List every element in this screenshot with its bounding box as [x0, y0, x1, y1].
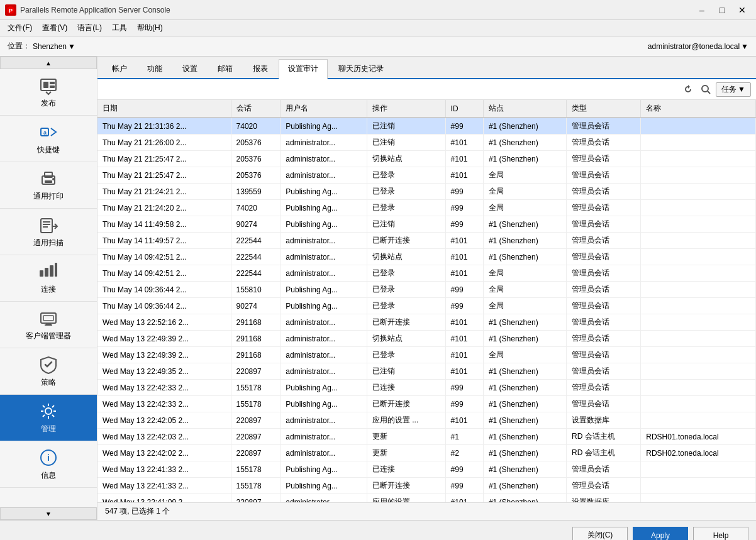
table-cell: 已连接	[367, 380, 445, 396]
task-dropdown[interactable]: 任务 ▼	[716, 82, 751, 97]
menu-tools[interactable]: 工具	[107, 21, 132, 35]
tab-account[interactable]: 帐户	[103, 59, 136, 78]
table-cell: #1 (Shenzhen)	[483, 249, 566, 265]
menu-view[interactable]: 查看(V)	[37, 21, 72, 35]
table-cell: 220897	[231, 429, 281, 445]
table-row[interactable]: Wed May 13 22:49:39 2...291168administra…	[97, 347, 756, 363]
table-cell: 设置数据库	[567, 494, 641, 503]
table-cell: Wed May 13 22:42:33 2...	[97, 396, 231, 412]
svg-rect-21	[43, 316, 53, 321]
sidebar-item-management[interactable]: 管理	[0, 395, 97, 441]
col-action[interactable]: 操作	[367, 100, 445, 118]
sidebar-printing-label: 通用打印	[33, 191, 64, 202]
table-cell: Wed May 13 22:49:39 2...	[97, 347, 231, 363]
sidebar-item-connection[interactable]: 连接	[0, 255, 97, 302]
table-cell: 全局	[483, 184, 566, 200]
table-row[interactable]: Thu May 14 09:36:44 2...90274Publishing …	[97, 298, 756, 314]
table-cell: #1 (Shenzhen)	[483, 314, 566, 331]
table-cell	[641, 249, 756, 265]
table-cell: #1 (Shenzhen)	[483, 445, 566, 461]
tab-features[interactable]: 功能	[138, 59, 172, 78]
refresh-button[interactable]	[681, 82, 696, 97]
table-cell	[641, 396, 756, 412]
tab-email[interactable]: 邮箱	[208, 59, 242, 78]
menu-language[interactable]: 语言(L)	[72, 21, 107, 35]
table-cell: #1 (Shenzhen)	[483, 429, 566, 445]
sidebar-item-publish[interactable]: 发布	[0, 69, 97, 116]
table-cell: #101	[445, 167, 483, 184]
table-cell: 220897	[231, 412, 281, 429]
table-cell: Wed May 13 22:42:02 2...	[97, 445, 231, 461]
table-cell: 全局	[483, 200, 566, 216]
svg-rect-16	[40, 270, 43, 277]
table-cell: Wed May 13 22:49:39 2...	[97, 331, 231, 347]
table-row[interactable]: Thu May 21 21:24:20 2...74020Publishing …	[97, 200, 756, 216]
search-button[interactable]	[698, 82, 713, 97]
col-id[interactable]: ID	[445, 100, 483, 118]
table-row[interactable]: Thu May 21 21:26:00 2...205376administra…	[97, 135, 756, 151]
table-cell: administrator...	[281, 314, 367, 331]
tab-audit[interactable]: 设置审计	[279, 59, 328, 79]
table-row[interactable]: Wed May 13 22:42:33 2...155178Publishing…	[97, 380, 756, 396]
close-button[interactable]: 关闭(C)	[572, 527, 628, 541]
sidebar-item-shortcuts[interactable]: a 快捷键	[0, 116, 97, 162]
col-site[interactable]: 站点	[483, 100, 566, 118]
table-cell	[641, 347, 756, 363]
apply-button[interactable]: Apply	[633, 527, 688, 541]
location-dropdown[interactable]: Shenzhen ▼	[33, 42, 75, 51]
table-row[interactable]: Wed May 13 22:49:35 2...220897administra…	[97, 363, 756, 380]
table-row[interactable]: Thu May 14 09:42:51 2...222544administra…	[97, 265, 756, 282]
sidebar-item-client-manager[interactable]: 客户端管理器	[0, 302, 97, 348]
help-button[interactable]: Help	[693, 527, 748, 541]
menu-help[interactable]: 帮助(H)	[132, 21, 168, 35]
svg-point-24	[45, 408, 52, 414]
maximize-button[interactable]: □	[713, 3, 731, 17]
table-cell: Thu May 14 11:49:57 2...	[97, 233, 231, 249]
table-row[interactable]: Wed May 13 22:41:33 2...155178Publishing…	[97, 478, 756, 494]
table-row[interactable]: Wed May 13 22:42:33 2...155178Publishing…	[97, 396, 756, 412]
sidebar-scroll-down[interactable]: ▼	[0, 507, 97, 520]
table-cell: #101	[445, 135, 483, 151]
tab-chat[interactable]: 聊天历史记录	[329, 59, 393, 78]
table-row[interactable]: Thu May 14 11:49:58 2...90274Publishing …	[97, 216, 756, 233]
table-cell: 已登录	[367, 347, 445, 363]
tab-settings[interactable]: 设置	[173, 59, 207, 78]
table-row[interactable]: Wed May 13 22:49:39 2...291168administra…	[97, 331, 756, 347]
col-session[interactable]: 会话	[231, 100, 281, 118]
tab-report[interactable]: 报表	[243, 59, 277, 78]
close-window-button[interactable]: ✕	[733, 3, 751, 17]
table-row[interactable]: Wed May 13 22:52:16 2...291168administra…	[97, 314, 756, 331]
sidebar-item-policy[interactable]: 策略	[0, 348, 97, 395]
table-row[interactable]: Thu May 21 21:25:47 2...205376administra…	[97, 167, 756, 184]
audit-table-container[interactable]: 日期 会话 用户名 操作 ID 站点 类型 名称 Thu May 21 21:3…	[97, 100, 756, 502]
table-row[interactable]: Wed May 13 22:42:05 2...220897administra…	[97, 412, 756, 429]
table-cell	[641, 118, 756, 135]
table-row[interactable]: Thu May 14 09:36:44 2...155810Publishing…	[97, 282, 756, 298]
table-row[interactable]: Thu May 14 11:49:57 2...222544administra…	[97, 233, 756, 249]
table-cell: Wed May 13 22:42:33 2...	[97, 380, 231, 396]
minimize-button[interactable]: –	[693, 3, 711, 17]
sidebar-scroll-up[interactable]: ▲	[0, 57, 97, 69]
table-row[interactable]: Wed May 13 22:42:03 2...220897administra…	[97, 429, 756, 445]
user-dropdown[interactable]: administrator@toneda.local ▼	[648, 42, 748, 51]
sidebar-item-scanning[interactable]: 通用扫描	[0, 209, 97, 255]
table-row[interactable]: Wed May 13 22:42:02 2...220897administra…	[97, 445, 756, 461]
table-cell: 切换站点	[367, 331, 445, 347]
sidebar-item-info[interactable]: i 信息	[0, 441, 97, 488]
col-date[interactable]: 日期	[97, 100, 231, 118]
table-row[interactable]: Thu May 21 21:31:36 2...74020Publishing …	[97, 118, 756, 135]
table-row[interactable]: Thu May 21 21:24:21 2...139559Publishing…	[97, 184, 756, 200]
col-type[interactable]: 类型	[567, 100, 641, 118]
table-cell: 222544	[231, 249, 281, 265]
col-name[interactable]: 名称	[641, 100, 756, 118]
table-cell: 155178	[231, 396, 281, 412]
table-row[interactable]: Thu May 14 09:42:51 2...222544administra…	[97, 249, 756, 265]
menu-file[interactable]: 文件(F)	[3, 21, 37, 35]
table-cell: Thu May 21 21:25:47 2...	[97, 167, 231, 184]
table-row[interactable]: Wed May 13 22:41:33 2...155178Publishing…	[97, 461, 756, 478]
table-cell: RDSH01.toneda.local	[641, 429, 756, 445]
sidebar-item-printing[interactable]: 通用打印	[0, 162, 97, 209]
table-row[interactable]: Thu May 21 21:25:47 2...205376administra…	[97, 151, 756, 167]
col-user[interactable]: 用户名	[281, 100, 367, 118]
table-row[interactable]: Wed May 13 22:41:09 2...220897administra…	[97, 494, 756, 503]
